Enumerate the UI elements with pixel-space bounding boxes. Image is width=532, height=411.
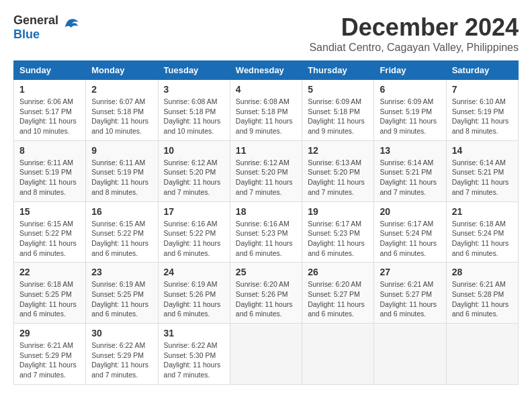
day-number: 2 xyxy=(91,84,152,95)
day-number: 4 xyxy=(236,84,296,95)
weekday-header-monday: Monday xyxy=(86,61,158,80)
day-info: Sunrise: 6:20 AM Sunset: 5:27 PM Dayligh… xyxy=(308,279,368,319)
day-info: Sunrise: 6:19 AM Sunset: 5:25 PM Dayligh… xyxy=(91,279,152,319)
weekday-header-thursday: Thursday xyxy=(302,61,374,80)
day-cell: 29 Sunrise: 6:21 AM Sunset: 5:29 PM Dayl… xyxy=(14,324,86,385)
day-info: Sunrise: 6:21 AM Sunset: 5:29 PM Dayligh… xyxy=(19,340,80,380)
day-cell: 16 Sunrise: 6:15 AM Sunset: 5:22 PM Dayl… xyxy=(86,201,158,263)
day-info: Sunrise: 6:21 AM Sunset: 5:27 PM Dayligh… xyxy=(380,279,440,319)
day-info: Sunrise: 6:08 AM Sunset: 5:18 PM Dayligh… xyxy=(236,97,296,136)
weekday-header-friday: Friday xyxy=(374,61,446,80)
day-number: 29 xyxy=(19,328,80,338)
day-cell: 30 Sunrise: 6:22 AM Sunset: 5:29 PM Dayl… xyxy=(86,324,158,385)
day-info: Sunrise: 6:11 AM Sunset: 5:19 PM Dayligh… xyxy=(91,158,152,197)
day-number: 21 xyxy=(452,206,513,217)
weekday-header-saturday: Saturday xyxy=(446,61,518,80)
day-number: 14 xyxy=(452,145,513,156)
day-cell: 1 Sunrise: 6:06 AM Sunset: 5:17 PM Dayli… xyxy=(14,80,86,141)
day-cell: 10 Sunrise: 6:12 AM Sunset: 5:20 PM Dayl… xyxy=(158,140,230,201)
day-cell: 17 Sunrise: 6:16 AM Sunset: 5:22 PM Dayl… xyxy=(158,201,230,263)
weekday-header-row: SundayMondayTuesdayWednesdayThursdayFrid… xyxy=(14,61,519,80)
day-number: 6 xyxy=(380,84,440,95)
day-number: 19 xyxy=(308,206,368,217)
calendar-table: SundayMondayTuesdayWednesdayThursdayFrid… xyxy=(13,60,519,385)
day-cell: 8 Sunrise: 6:11 AM Sunset: 5:19 PM Dayli… xyxy=(14,140,86,201)
day-cell xyxy=(374,324,446,385)
day-number: 28 xyxy=(452,267,513,277)
day-cell: 28 Sunrise: 6:21 AM Sunset: 5:28 PM Dayl… xyxy=(446,263,518,324)
day-number: 30 xyxy=(91,328,152,338)
day-cell: 15 Sunrise: 6:15 AM Sunset: 5:22 PM Dayl… xyxy=(14,201,86,263)
day-cell: 25 Sunrise: 6:20 AM Sunset: 5:26 PM Dayl… xyxy=(230,263,302,324)
day-info: Sunrise: 6:09 AM Sunset: 5:18 PM Dayligh… xyxy=(308,97,368,136)
day-number: 7 xyxy=(452,84,513,95)
day-cell: 20 Sunrise: 6:17 AM Sunset: 5:24 PM Dayl… xyxy=(374,201,446,263)
week-row-5: 29 Sunrise: 6:21 AM Sunset: 5:29 PM Dayl… xyxy=(14,324,519,385)
day-info: Sunrise: 6:12 AM Sunset: 5:20 PM Dayligh… xyxy=(236,158,296,197)
day-cell: 21 Sunrise: 6:18 AM Sunset: 5:24 PM Dayl… xyxy=(446,201,518,263)
day-cell: 5 Sunrise: 6:09 AM Sunset: 5:18 PM Dayli… xyxy=(302,80,374,141)
day-info: Sunrise: 6:20 AM Sunset: 5:26 PM Dayligh… xyxy=(236,279,296,319)
day-info: Sunrise: 6:15 AM Sunset: 5:22 PM Dayligh… xyxy=(91,219,152,259)
location-title: Sandiat Centro, Cagayan Valley, Philippi… xyxy=(309,42,519,54)
day-cell: 27 Sunrise: 6:21 AM Sunset: 5:27 PM Dayl… xyxy=(374,263,446,324)
day-info: Sunrise: 6:15 AM Sunset: 5:22 PM Dayligh… xyxy=(19,219,80,259)
day-info: Sunrise: 6:16 AM Sunset: 5:23 PM Dayligh… xyxy=(236,219,296,259)
day-info: Sunrise: 6:13 AM Sunset: 5:20 PM Dayligh… xyxy=(308,158,368,197)
day-info: Sunrise: 6:07 AM Sunset: 5:18 PM Dayligh… xyxy=(91,97,152,136)
day-number: 9 xyxy=(91,145,152,156)
day-cell: 13 Sunrise: 6:14 AM Sunset: 5:21 PM Dayl… xyxy=(374,140,446,201)
day-cell: 7 Sunrise: 6:10 AM Sunset: 5:19 PM Dayli… xyxy=(446,80,518,141)
week-row-2: 8 Sunrise: 6:11 AM Sunset: 5:19 PM Dayli… xyxy=(14,140,519,201)
day-cell xyxy=(302,324,374,385)
day-number: 11 xyxy=(236,145,296,156)
header: General Blue December 2024 Sandiat Centr… xyxy=(13,13,519,54)
day-info: Sunrise: 6:17 AM Sunset: 5:23 PM Dayligh… xyxy=(308,219,368,259)
day-number: 12 xyxy=(308,145,368,156)
day-number: 23 xyxy=(91,267,152,277)
day-cell: 6 Sunrise: 6:09 AM Sunset: 5:19 PM Dayli… xyxy=(374,80,446,141)
day-number: 3 xyxy=(164,84,224,95)
day-number: 18 xyxy=(236,206,296,217)
weekday-header-wednesday: Wednesday xyxy=(230,61,302,80)
day-info: Sunrise: 6:18 AM Sunset: 5:25 PM Dayligh… xyxy=(19,279,80,319)
day-info: Sunrise: 6:16 AM Sunset: 5:22 PM Dayligh… xyxy=(164,219,224,259)
day-info: Sunrise: 6:18 AM Sunset: 5:24 PM Dayligh… xyxy=(452,219,513,259)
day-info: Sunrise: 6:10 AM Sunset: 5:19 PM Dayligh… xyxy=(452,97,513,136)
day-number: 24 xyxy=(164,267,224,277)
day-info: Sunrise: 6:12 AM Sunset: 5:20 PM Dayligh… xyxy=(164,158,224,197)
day-info: Sunrise: 6:22 AM Sunset: 5:29 PM Dayligh… xyxy=(91,340,152,380)
day-number: 13 xyxy=(380,145,440,156)
day-cell: 4 Sunrise: 6:08 AM Sunset: 5:18 PM Dayli… xyxy=(230,80,302,141)
week-row-4: 22 Sunrise: 6:18 AM Sunset: 5:25 PM Dayl… xyxy=(14,263,519,324)
logo: General Blue xyxy=(13,13,81,42)
day-cell: 18 Sunrise: 6:16 AM Sunset: 5:23 PM Dayl… xyxy=(230,201,302,263)
day-cell xyxy=(446,324,518,385)
day-number: 16 xyxy=(91,206,152,217)
day-number: 26 xyxy=(308,267,368,277)
month-title: December 2024 xyxy=(309,13,519,42)
day-info: Sunrise: 6:14 AM Sunset: 5:21 PM Dayligh… xyxy=(380,158,440,197)
day-info: Sunrise: 6:08 AM Sunset: 5:18 PM Dayligh… xyxy=(164,97,224,136)
day-number: 15 xyxy=(19,206,80,217)
weekday-header-sunday: Sunday xyxy=(14,61,86,80)
logo-blue: Blue xyxy=(13,28,40,41)
day-number: 27 xyxy=(380,267,440,277)
day-info: Sunrise: 6:22 AM Sunset: 5:30 PM Dayligh… xyxy=(164,340,224,380)
day-info: Sunrise: 6:09 AM Sunset: 5:19 PM Dayligh… xyxy=(380,97,440,136)
day-number: 8 xyxy=(19,145,80,156)
day-cell: 2 Sunrise: 6:07 AM Sunset: 5:18 PM Dayli… xyxy=(86,80,158,141)
day-info: Sunrise: 6:11 AM Sunset: 5:19 PM Dayligh… xyxy=(19,158,80,197)
day-cell: 31 Sunrise: 6:22 AM Sunset: 5:30 PM Dayl… xyxy=(158,324,230,385)
weekday-header-tuesday: Tuesday xyxy=(158,61,230,80)
day-number: 17 xyxy=(164,206,224,217)
day-cell: 22 Sunrise: 6:18 AM Sunset: 5:25 PM Dayl… xyxy=(14,263,86,324)
day-cell: 14 Sunrise: 6:14 AM Sunset: 5:21 PM Dayl… xyxy=(446,140,518,201)
day-info: Sunrise: 6:21 AM Sunset: 5:28 PM Dayligh… xyxy=(452,279,513,319)
day-info: Sunrise: 6:14 AM Sunset: 5:21 PM Dayligh… xyxy=(452,158,513,197)
day-cell: 12 Sunrise: 6:13 AM Sunset: 5:20 PM Dayl… xyxy=(302,140,374,201)
day-number: 1 xyxy=(19,84,80,95)
day-cell xyxy=(230,324,302,385)
day-info: Sunrise: 6:17 AM Sunset: 5:24 PM Dayligh… xyxy=(380,219,440,259)
day-cell: 9 Sunrise: 6:11 AM Sunset: 5:19 PM Dayli… xyxy=(86,140,158,201)
